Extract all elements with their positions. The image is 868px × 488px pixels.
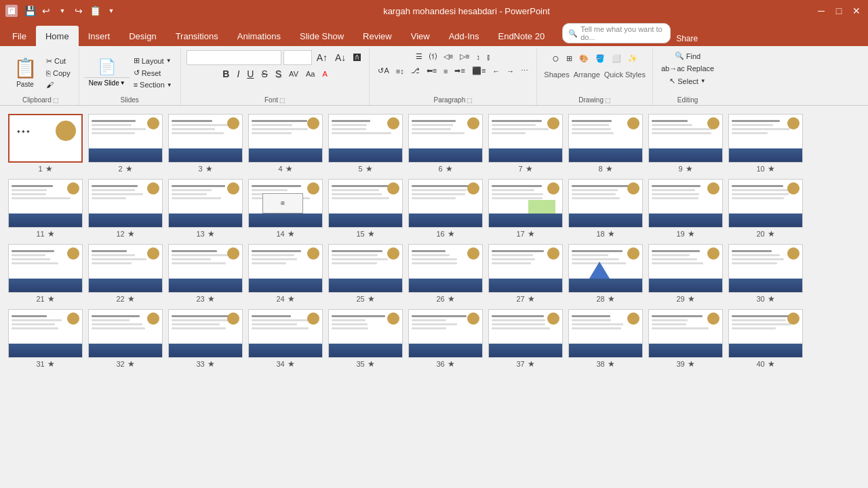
slide-item-13[interactable]: 13★ — [168, 179, 243, 239]
slide-item-36[interactable]: 36★ — [408, 309, 483, 369]
slide-item-12[interactable]: 12★ — [88, 179, 163, 239]
redo-button[interactable]: ↪ — [72, 4, 85, 18]
slide-item-21[interactable]: 21★ — [8, 244, 83, 304]
change-case-button[interactable]: Aa — [303, 68, 317, 79]
more-para-button[interactable]: ⋯ — [518, 65, 531, 77]
strikethrough-button[interactable]: S — [258, 67, 270, 81]
italic-button[interactable]: I — [234, 67, 242, 81]
maximize-button[interactable]: □ — [833, 5, 845, 17]
slide-star-33[interactable]: ★ — [208, 359, 215, 369]
smartart-button[interactable]: ⎇ — [408, 65, 422, 77]
slide-star-19[interactable]: ★ — [688, 229, 695, 239]
tab-view[interactable]: View — [401, 26, 439, 46]
paragraph-launcher[interactable]: ⬚ — [467, 97, 473, 104]
slide-item-18[interactable]: 18★ — [568, 179, 643, 239]
slide-star-18[interactable]: ★ — [608, 229, 615, 239]
slide-star-35[interactable]: ★ — [368, 359, 375, 369]
slide-item-22[interactable]: 22★ — [88, 244, 163, 304]
shadow-button[interactable]: S — [273, 67, 284, 81]
font-name-input[interactable] — [186, 50, 281, 65]
slide-item-20[interactable]: 20★ — [728, 179, 803, 239]
slide-star-24[interactable]: ★ — [288, 294, 295, 304]
ltr-button[interactable]: → — [504, 65, 517, 77]
slide-item-8[interactable]: 8★ — [568, 114, 643, 174]
slide-star-2[interactable]: ★ — [125, 164, 133, 174]
slide-star-1[interactable]: ★ — [45, 164, 53, 174]
slide-item-17[interactable]: 17★ — [488, 179, 563, 239]
slide-star-30[interactable]: ★ — [768, 294, 775, 304]
slide-star-29[interactable]: ★ — [688, 294, 695, 304]
slide-item-19[interactable]: 19★ — [648, 179, 723, 239]
slide-item-32[interactable]: 32★ — [88, 309, 163, 369]
new-slide-icon[interactable]: 📄 — [94, 57, 120, 77]
tab-review[interactable]: Review — [353, 26, 401, 46]
slide-star-17[interactable]: ★ — [528, 229, 535, 239]
tab-addins[interactable]: Add-Ins — [439, 26, 489, 46]
slide-star-22[interactable]: ★ — [127, 294, 135, 304]
slide-star-7[interactable]: ★ — [526, 164, 533, 174]
clipboard-launcher[interactable]: ⬚ — [53, 97, 59, 104]
slide-item-1[interactable]: ✦✦✦1★ — [8, 114, 83, 174]
slide-item-14[interactable]: ⊞14★ — [248, 179, 323, 239]
line-spacing-button[interactable]: ↕ — [474, 50, 484, 63]
slide-item-10[interactable]: 10★ — [728, 114, 803, 174]
slide-item-11[interactable]: 11★ — [8, 179, 83, 239]
bold-button[interactable]: B — [220, 67, 232, 81]
arrange-button[interactable]: ⊞ — [564, 50, 575, 67]
increase-indent-button[interactable]: ▷≡ — [457, 50, 472, 63]
slide-star-16[interactable]: ★ — [448, 229, 455, 239]
increase-font-button[interactable]: A↑ — [314, 51, 330, 64]
slide-star-20[interactable]: ★ — [768, 229, 775, 239]
slide-item-25[interactable]: 25★ — [328, 244, 403, 304]
font-color-button[interactable]: A — [319, 68, 330, 79]
underline-button[interactable]: U — [244, 67, 256, 81]
slide-star-12[interactable]: ★ — [127, 229, 135, 239]
paste-button[interactable]: 📋Paste — [8, 54, 42, 92]
slide-star-3[interactable]: ★ — [205, 164, 213, 174]
slide-star-36[interactable]: ★ — [448, 359, 455, 369]
rtl-button[interactable]: ← — [490, 65, 502, 77]
save-button[interactable]: 💾 — [23, 4, 37, 18]
slide-item-31[interactable]: 31★ — [8, 309, 83, 369]
quick-styles-button[interactable]: 🎨 — [576, 50, 591, 67]
slide-item-29[interactable]: 29★ — [648, 244, 723, 304]
slide-star-14[interactable]: ★ — [288, 229, 295, 239]
align-right-button[interactable]: ➡≡ — [452, 65, 467, 77]
share-button[interactable]: Share — [676, 34, 698, 43]
customize-qa[interactable]: 📋 — [88, 4, 102, 18]
slide-item-6[interactable]: 6★ — [408, 114, 483, 174]
slide-star-28[interactable]: ★ — [608, 294, 615, 304]
font-launcher[interactable]: ⬚ — [279, 97, 285, 104]
tab-endnote[interactable]: EndNote 20 — [488, 26, 554, 46]
section-button[interactable]: ≡ Section ▼ — [131, 79, 175, 90]
slide-item-38[interactable]: 38★ — [568, 309, 643, 369]
layout-button[interactable]: ⊞ Layout ▼ — [131, 55, 175, 66]
align-text-button[interactable]: ≡↕ — [393, 65, 407, 77]
close-button[interactable]: ✕ — [850, 5, 863, 17]
slide-star-32[interactable]: ★ — [127, 359, 135, 369]
slide-item-28[interactable]: 28★ — [568, 244, 643, 304]
shape-fill-button[interactable]: 🪣 — [593, 50, 608, 67]
slide-star-5[interactable]: ★ — [366, 164, 373, 174]
slide-item-40[interactable]: 40★ — [728, 309, 803, 369]
shapes-button[interactable]: ○ — [549, 50, 562, 67]
copy-button[interactable]: ⎘ Copy — [43, 68, 73, 79]
slide-star-38[interactable]: ★ — [608, 359, 615, 369]
text-direction-button[interactable]: ↺A — [375, 65, 391, 77]
slide-item-24[interactable]: 24★ — [248, 244, 323, 304]
tab-insert[interactable]: Insert — [79, 26, 120, 46]
slide-star-8[interactable]: ★ — [606, 164, 613, 174]
slide-star-27[interactable]: ★ — [528, 294, 535, 304]
slide-item-4[interactable]: 4★ — [248, 114, 323, 174]
tab-home[interactable]: Home — [36, 26, 79, 46]
cut-button[interactable]: ✂ Cut — [43, 56, 73, 67]
tab-file[interactable]: File — [3, 26, 36, 46]
align-center-button[interactable]: ≡ — [441, 65, 450, 77]
find-button[interactable]: 🔍 Find — [672, 50, 703, 62]
slide-item-15[interactable]: 15★ — [328, 179, 403, 239]
slide-star-39[interactable]: ★ — [688, 359, 695, 369]
font-size-input[interactable] — [283, 50, 312, 65]
slide-item-33[interactable]: 33★ — [168, 309, 243, 369]
slide-star-25[interactable]: ★ — [368, 294, 375, 304]
shape-outline-button[interactable]: ⬜ — [609, 50, 624, 67]
